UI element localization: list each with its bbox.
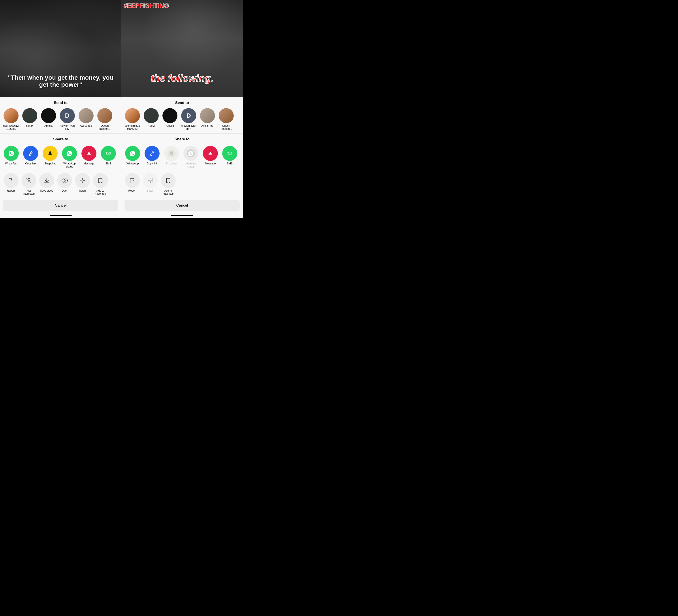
- contact-item-user486886129106280[interactable]: user4868612 9106280: [124, 108, 141, 131]
- action-icon-report: [3, 173, 18, 188]
- right-share-row: WhatsApp Copy link Snapchat WhatsApp sta…: [121, 144, 243, 170]
- left-panel: "Then when you get the money, you get th…: [0, 0, 121, 218]
- contact-item-queen[interactable]: Queen Taaoom...: [97, 108, 113, 131]
- svg-rect-13: [80, 178, 82, 180]
- action-save-video[interactable]: Save video: [38, 173, 55, 196]
- contact-name-ayoteo: Ayo & Teo: [80, 124, 92, 127]
- contact-item-ayoteo[interactable]: Ayo & Teo: [78, 108, 94, 131]
- contact-item-ajuwon[interactable]: DAjuwon_iyan da7: [59, 108, 75, 131]
- contact-item-ayoteo[interactable]: Ayo & Teo: [199, 108, 216, 131]
- action-report[interactable]: Report: [3, 173, 19, 196]
- share-whatsapp[interactable]: WhatsApp: [124, 146, 141, 168]
- svg-rect-26: [151, 178, 153, 180]
- action-label-add-to-favorites: Add to Favorites: [95, 189, 106, 196]
- action-icon-add-to-favorites: [161, 173, 176, 188]
- action-icon-stitch: [143, 173, 158, 188]
- contact-name-queen: Queen Taaoom...: [220, 124, 232, 131]
- right-hashtag: #EEPFIGHTING: [124, 2, 169, 9]
- action-add-to-favorites[interactable]: Add to Favorites: [160, 173, 176, 196]
- share-copylink[interactable]: Copy link: [144, 146, 161, 168]
- svg-point-12: [64, 179, 68, 182]
- action-icon-add-to-favorites: [93, 173, 108, 188]
- right-actions-row: Report Stitch Add to Favorites: [121, 171, 243, 198]
- share-whatsapp[interactable]: WhatsApp: [3, 146, 20, 168]
- right-send-to-title: Send to: [121, 97, 243, 107]
- left-home-bar: [50, 215, 72, 216]
- right-panel: #EEPFIGHTING the following. Send to user…: [121, 0, 243, 218]
- action-stitch: Stitch: [142, 173, 158, 196]
- contact-name-user486886129106280: user4868612 9106280: [124, 124, 140, 131]
- svg-rect-16: [83, 181, 85, 183]
- left-cancel-button[interactable]: Cancel: [3, 200, 118, 211]
- svg-rect-28: [151, 181, 153, 183]
- share-label-whatsapp: WhatsApp: [126, 162, 139, 165]
- contact-item-queen[interactable]: Queen Taaoom...: [218, 108, 234, 131]
- contact-item-fmm[interactable]: F.M.M: [143, 108, 159, 131]
- svg-rect-27: [148, 181, 150, 183]
- action-not-interested[interactable]: Not interested: [21, 173, 37, 196]
- contact-name-fmm: F.M.M: [147, 124, 155, 127]
- contact-item-amelia[interactable]: Amelia: [40, 108, 57, 131]
- share-copylink[interactable]: Copy link: [22, 146, 39, 168]
- right-bottom-sheet: Send to user4868612 9106280F.M.MAmeliaDA…: [121, 97, 243, 218]
- contact-item-amelia[interactable]: Amelia: [161, 108, 178, 131]
- share-label-whatsapp-status: WhatsApp status: [185, 162, 197, 168]
- action-label-stitch: Stitch: [147, 189, 153, 192]
- share-sms[interactable]: SMS: [100, 146, 117, 168]
- contact-name-user486886129106280: user4868612 9106280: [3, 124, 18, 131]
- action-duet[interactable]: Duet: [56, 173, 73, 196]
- share-label-whatsapp: WhatsApp: [5, 162, 17, 165]
- share-sms[interactable]: SMS: [221, 146, 238, 168]
- share-label-message: Message: [84, 162, 95, 165]
- svg-rect-14: [83, 178, 85, 180]
- action-report[interactable]: Report: [124, 173, 141, 196]
- action-add-to-favorites[interactable]: Add to Favorites: [92, 173, 109, 196]
- contact-name-ayoteo: Ayo & Teo: [201, 124, 213, 127]
- action-label-report: Report: [128, 189, 136, 192]
- share-label-copylink: Copy link: [25, 162, 36, 165]
- right-contacts-row: user4868612 9106280F.M.MAmeliaDAjuwon_iy…: [121, 107, 243, 133]
- left-send-to-title: Send to: [0, 97, 121, 107]
- action-icon-save-video: [39, 173, 54, 188]
- share-label-sms: SMS: [227, 162, 233, 165]
- share-label-sms: SMS: [106, 162, 111, 165]
- left-video: "Then when you get the money, you get th…: [0, 0, 121, 97]
- share-whatsapp-status[interactable]: WhatsApp status: [61, 146, 78, 168]
- left-share-row: WhatsApp Copy link Snapchat WhatsApp sta…: [0, 144, 121, 170]
- right-share-to-title: Share to: [121, 133, 243, 144]
- action-label-add-to-favorites: Add to Favorites: [163, 189, 174, 196]
- contact-name-ajuwon: Ajuwon_iyan da7: [60, 124, 75, 131]
- share-message[interactable]: Message: [202, 146, 219, 168]
- share-label-message: Message: [205, 162, 216, 165]
- contact-name-amelia: Amelia: [166, 124, 174, 127]
- contact-item-fmm[interactable]: F.M.M: [22, 108, 38, 131]
- action-label-not-interested: Not interested: [23, 189, 35, 196]
- right-home-bar: [171, 215, 193, 216]
- right-cancel-button[interactable]: Cancel: [124, 200, 240, 211]
- contact-item-user486886129106280[interactable]: user4868612 9106280: [3, 108, 19, 131]
- svg-line-8: [27, 178, 31, 183]
- share-whatsapp-status: WhatsApp status: [182, 146, 199, 168]
- action-icon-not-interested: [22, 173, 36, 188]
- share-snapchat[interactable]: Snapchat: [41, 146, 59, 168]
- contact-name-amelia: Amelia: [44, 124, 52, 127]
- contact-name-fmm: F.M.M: [26, 124, 33, 127]
- action-stitch[interactable]: Stitch: [74, 173, 91, 196]
- action-label-duet: Duet: [62, 189, 67, 192]
- action-label-save-video: Save video: [40, 189, 53, 192]
- left-bottom-sheet: Send to user4868612 9106280F.M.MAmeliaDA…: [0, 97, 121, 218]
- action-icon-report: [125, 173, 140, 188]
- left-contacts-row: user4868612 9106280F.M.MAmeliaDAjuwon_iy…: [0, 107, 121, 133]
- contact-name-queen: Queen Taaoom...: [99, 124, 111, 131]
- right-video: #EEPFIGHTING the following.: [121, 0, 243, 97]
- contact-item-ajuwon[interactable]: DAjuwon_iyan da7: [180, 108, 197, 131]
- right-video-text: the following.: [121, 73, 243, 84]
- share-snapchat: Snapchat: [163, 146, 180, 168]
- left-video-text: "Then when you get the money, you get th…: [0, 74, 121, 88]
- action-icon-duet: [57, 173, 72, 188]
- share-message[interactable]: Message: [80, 146, 98, 168]
- share-label-whatsapp-status: WhatsApp status: [63, 162, 75, 168]
- left-actions-row: Report Not interested Save video Duet St…: [0, 171, 121, 198]
- action-icon-stitch: [75, 173, 90, 188]
- right-home-indicator: [121, 214, 243, 218]
